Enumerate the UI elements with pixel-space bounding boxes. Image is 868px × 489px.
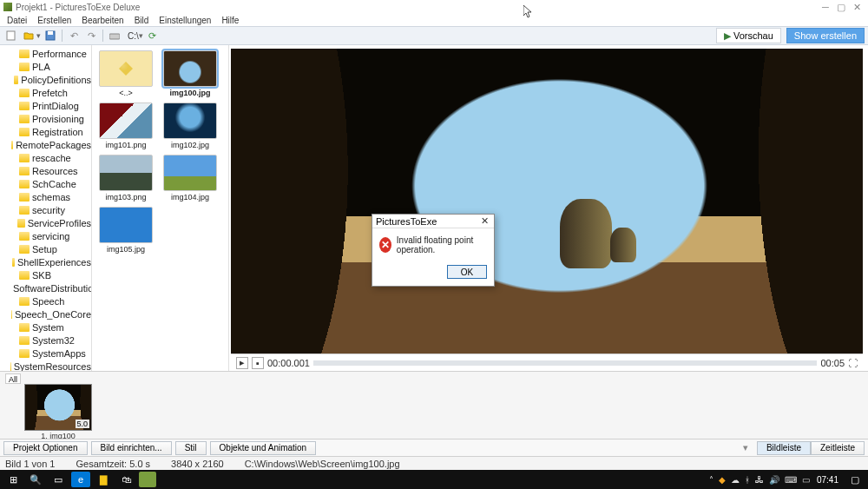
file-thumb[interactable]: img100.jpg xyxy=(161,50,219,97)
tree-node-schemas[interactable]: schemas xyxy=(0,190,91,203)
tree-node-registration[interactable]: Registration xyxy=(0,125,91,138)
tree-node-systemresources[interactable]: SystemResources xyxy=(0,360,91,371)
tree-node-system[interactable]: System xyxy=(0,320,91,334)
fullscreen-icon[interactable]: ⛶ xyxy=(848,358,858,368)
bottom-toolbar: Projekt Optionen Bild einrichten... Stil… xyxy=(0,439,868,456)
file-thumb[interactable]: img103.png xyxy=(97,155,155,202)
tree-node-speech_onecore[interactable]: Speech_OneCore xyxy=(0,307,91,320)
undo-button[interactable]: ↶ xyxy=(66,29,82,43)
menu-datei[interactable]: Datei xyxy=(3,16,30,25)
dialog-titlebar[interactable]: PicturesToExe ✕ xyxy=(372,215,494,228)
bildleiste-tab[interactable]: Bildleiste xyxy=(757,441,811,455)
tree-node-printdialog[interactable]: PrintDialog xyxy=(0,99,91,112)
tree-node-system32[interactable]: System32 xyxy=(0,334,91,347)
taskbar-clock[interactable]: 07:41 xyxy=(813,475,842,485)
tray-shield-icon[interactable]: ◆ xyxy=(719,475,726,485)
tray-lang-icon[interactable]: ⌨ xyxy=(785,475,797,485)
tree-node-policydefinitions[interactable]: PolicyDefinitions xyxy=(0,73,91,86)
menu-bearbeiten[interactable]: Bearbeiten xyxy=(78,16,127,25)
taskbar-explorer[interactable]: ▇ xyxy=(94,472,113,487)
zeitleiste-tab[interactable]: Zeitleiste xyxy=(811,441,865,455)
path-dropdown[interactable]: ▾ xyxy=(139,31,143,40)
menu-hilfe[interactable]: Hilfe xyxy=(218,16,242,25)
taskbar-store[interactable]: 🛍 xyxy=(116,472,135,487)
path-display[interactable]: C:\ xyxy=(128,31,139,41)
tree-node-serviceprofiles[interactable]: ServiceProfiles xyxy=(0,216,91,229)
menu-bild[interactable]: Bild xyxy=(131,16,153,25)
open-button[interactable] xyxy=(21,29,36,43)
style-button[interactable]: Stil xyxy=(175,441,207,455)
tray-network-icon[interactable]: 🖧 xyxy=(755,475,764,485)
tree-label: PLA xyxy=(32,62,50,72)
close-button[interactable]: ✕ xyxy=(849,1,865,13)
tree-node-performance[interactable]: Performance xyxy=(0,47,91,60)
notifications-icon[interactable]: ▢ xyxy=(845,472,865,487)
tray-up-icon[interactable]: ˄ xyxy=(709,475,713,485)
new-button[interactable] xyxy=(3,29,19,43)
tray-battery-icon[interactable]: ▭ xyxy=(802,475,810,485)
timeline-track[interactable] xyxy=(313,360,818,366)
tree-node-pla[interactable]: PLA xyxy=(0,60,91,73)
folder-icon xyxy=(19,180,30,188)
taskbar-edge[interactable]: e xyxy=(71,472,90,487)
tray-onedrive-icon[interactable]: ☁ xyxy=(731,475,740,485)
tree-node-schcache[interactable]: SchCache xyxy=(0,177,91,190)
slide-strip[interactable]: All 5.0 1. img100 xyxy=(0,371,868,439)
tree-node-skb[interactable]: SKB xyxy=(0,268,91,281)
redo-button[interactable]: ↷ xyxy=(83,29,99,43)
menu-einstellungen[interactable]: Einstellungen xyxy=(155,16,214,25)
folder-tree[interactable]: PerformancePLAPolicyDefinitionsPrefetchP… xyxy=(0,45,92,371)
slides-tag[interactable]: All xyxy=(5,373,21,384)
system-tray[interactable]: ˄ ◆ ☁ ᚼ 🖧 🔊 ⌨ ▭ xyxy=(709,475,810,485)
task-view-icon[interactable]: ▭ xyxy=(49,472,68,487)
start-button[interactable]: ⊞ xyxy=(3,472,23,487)
image-setup-button[interactable]: Bild einrichten... xyxy=(91,441,172,455)
tree-node-remotepackages[interactable]: RemotePackages xyxy=(0,138,91,151)
tree-node-rescache[interactable]: rescache xyxy=(0,151,91,164)
tree-node-speech[interactable]: Speech xyxy=(0,294,91,307)
tree-node-provisioning[interactable]: Provisioning xyxy=(0,112,91,125)
slide-thumbnail[interactable]: 5.0 xyxy=(24,384,92,431)
taskbar-app[interactable] xyxy=(139,472,156,487)
folder-icon xyxy=(12,258,15,267)
search-icon[interactable]: 🔍 xyxy=(26,472,45,487)
open-dropdown[interactable]: ▾ xyxy=(36,31,41,40)
file-thumb[interactable]: img101.png xyxy=(97,102,155,149)
tree-label: schemas xyxy=(32,192,70,202)
tree-node-setup[interactable]: Setup xyxy=(0,242,91,255)
tray-volume-icon[interactable]: 🔊 xyxy=(769,475,779,485)
create-show-button[interactable]: Show erstellen xyxy=(786,28,865,43)
file-grid[interactable]: <..>img100.jpgimg101.pngimg102.jpgimg103… xyxy=(92,45,229,371)
objects-animation-button[interactable]: Objekte und Animation xyxy=(210,441,317,455)
tree-node-shellexperiences[interactable]: ShellExperiences xyxy=(0,255,91,268)
windows-taskbar[interactable]: ⊞ 🔍 ▭ e ▇ 🛍 ˄ ◆ ☁ ᚼ 🖧 🔊 ⌨ ▭ 07:41 ▢ xyxy=(0,470,868,489)
maximize-button[interactable]: ▢ xyxy=(833,1,849,13)
stop-button[interactable]: ▪ xyxy=(252,357,264,369)
create-label: Show erstellen xyxy=(794,30,857,41)
minimize-button[interactable]: ─ xyxy=(818,1,833,13)
play-button[interactable]: ▸ xyxy=(236,357,248,369)
refresh-button[interactable]: ⟳ xyxy=(145,29,161,43)
preview-button[interactable]: ▶Vorschau xyxy=(716,28,781,43)
save-button[interactable] xyxy=(43,29,58,43)
file-thumb[interactable]: img104.jpg xyxy=(161,155,219,202)
tree-node-security[interactable]: security xyxy=(0,203,91,216)
drive-icon[interactable] xyxy=(107,29,122,43)
tray-bluetooth-icon[interactable]: ᚼ xyxy=(745,475,750,485)
file-thumb[interactable]: img105.jpg xyxy=(97,207,155,254)
file-thumb[interactable]: img102.jpg xyxy=(161,102,219,149)
preview-canvas[interactable] xyxy=(231,49,863,354)
thumb-image xyxy=(163,155,217,191)
tree-node-resources[interactable]: Resources xyxy=(0,164,91,177)
tree-node-servicing[interactable]: servicing xyxy=(0,229,91,242)
thumb-image xyxy=(99,155,153,191)
dialog-close-button[interactable]: ✕ xyxy=(478,215,490,228)
menu-erstellen[interactable]: Erstellen xyxy=(34,16,75,25)
file-thumb[interactable]: <..> xyxy=(97,50,155,97)
project-options-button[interactable]: Projekt Optionen xyxy=(3,441,88,455)
tree-node-systemapps[interactable]: SystemApps xyxy=(0,347,91,360)
dialog-ok-button[interactable]: OK xyxy=(447,265,487,279)
tree-node-prefetch[interactable]: Prefetch xyxy=(0,86,91,99)
collapse-icon[interactable]: ▾ xyxy=(738,442,753,453)
tree-node-softwaredistribution[interactable]: SoftwareDistribution xyxy=(0,281,91,294)
